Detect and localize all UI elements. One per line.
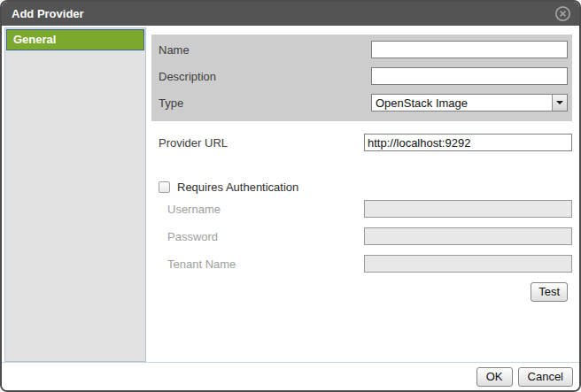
requires-auth-label: Requires Authentication xyxy=(177,181,298,194)
test-button[interactable]: Test xyxy=(531,282,568,302)
cancel-button[interactable]: Cancel xyxy=(518,367,573,387)
password-row: Password xyxy=(151,227,572,245)
general-fields-group: Name Description Type OpenStack Image xyxy=(151,35,572,121)
provider-url-input[interactable] xyxy=(364,134,572,151)
password-input xyxy=(364,227,572,245)
tenant-name-label: Tenant Name xyxy=(159,257,364,271)
description-input[interactable] xyxy=(371,67,568,85)
name-input[interactable] xyxy=(371,41,568,58)
password-label: Password xyxy=(159,230,364,243)
chevron-down-icon[interactable] xyxy=(552,95,567,111)
dialog-titlebar: Add Provider xyxy=(2,2,579,26)
name-label: Name xyxy=(159,43,371,57)
sidebar-item-general[interactable]: General xyxy=(6,29,144,50)
dialog-footer: OK Cancel xyxy=(2,363,579,390)
dialog-title: Add Provider xyxy=(12,7,84,20)
requires-auth-checkbox[interactable] xyxy=(159,181,170,193)
description-row: Description xyxy=(159,67,568,85)
username-label: Username xyxy=(159,203,364,216)
provider-url-label: Provider URL xyxy=(159,136,364,150)
close-icon[interactable] xyxy=(554,5,571,22)
type-select[interactable]: OpenStack Image xyxy=(371,94,568,111)
username-input xyxy=(364,200,572,218)
tenant-name-row: Tenant Name xyxy=(151,255,572,273)
name-row: Name xyxy=(159,41,568,58)
description-label: Description xyxy=(159,70,371,83)
form-content: Name Description Type OpenStack Image xyxy=(146,27,579,362)
type-select-value: OpenStack Image xyxy=(372,96,552,110)
provider-url-row: Provider URL xyxy=(151,134,572,151)
auth-fields: Username Password Tenant Name xyxy=(151,200,572,273)
type-label: Type xyxy=(159,96,371,110)
add-provider-dialog: Add Provider General Name Descrip xyxy=(0,0,581,392)
tenant-name-input xyxy=(364,255,572,273)
dialog-body: General Name Description Type OpenStack … xyxy=(2,26,579,363)
username-row: Username xyxy=(151,200,572,218)
requires-auth-row: Requires Authentication xyxy=(151,181,572,194)
sidebar: General xyxy=(4,27,146,362)
ok-button[interactable]: OK xyxy=(476,367,513,387)
type-row: Type OpenStack Image xyxy=(159,94,568,111)
test-row: Test xyxy=(151,282,572,302)
